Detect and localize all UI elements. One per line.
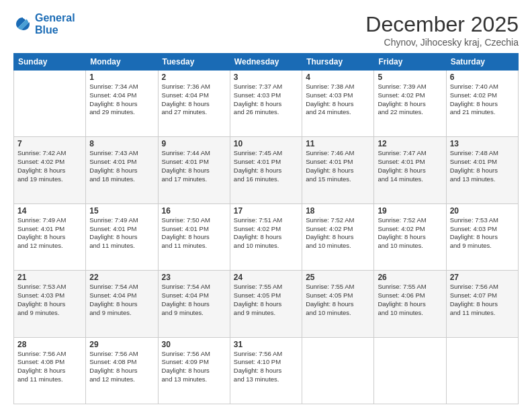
day-number: 11 — [306, 139, 370, 148]
cell-3-2: 23Sunrise: 7:54 AM Sunset: 4:04 PM Dayli… — [158, 271, 230, 337]
calendar-table: Sunday Monday Tuesday Wednesday Thursday… — [13, 53, 519, 404]
day-number: 4 — [306, 73, 370, 82]
day-number: 1 — [89, 73, 154, 82]
cell-2-3: 17Sunrise: 7:51 AM Sunset: 4:02 PM Dayli… — [230, 203, 302, 270]
cell-1-0: 7Sunrise: 7:42 AM Sunset: 4:02 PM Daylig… — [14, 137, 86, 203]
day-info: Sunrise: 7:47 AM Sunset: 4:01 PM Dayligh… — [378, 149, 442, 183]
logo-blue: Blue — [35, 24, 75, 36]
day-info: Sunrise: 7:52 AM Sunset: 4:02 PM Dayligh… — [378, 216, 442, 250]
day-info: Sunrise: 7:56 AM Sunset: 4:08 PM Dayligh… — [17, 350, 82, 384]
cell-1-4: 11Sunrise: 7:46 AM Sunset: 4:01 PM Dayli… — [302, 137, 374, 203]
col-friday: Friday — [374, 54, 446, 71]
cell-0-1: 1Sunrise: 7:34 AM Sunset: 4:04 PM Daylig… — [86, 71, 158, 137]
col-monday: Monday — [86, 54, 158, 71]
col-sunday: Sunday — [14, 54, 86, 71]
day-number: 25 — [306, 273, 370, 282]
logo-text: General Blue — [35, 12, 75, 36]
cell-3-1: 22Sunrise: 7:54 AM Sunset: 4:04 PM Dayli… — [86, 271, 158, 337]
col-saturday: Saturday — [446, 54, 518, 71]
logo: General Blue — [13, 12, 75, 36]
cell-4-6 — [446, 337, 518, 404]
day-number: 7 — [17, 139, 82, 148]
cell-2-2: 16Sunrise: 7:50 AM Sunset: 4:01 PM Dayli… — [158, 203, 230, 270]
day-number: 23 — [162, 273, 226, 282]
col-thursday: Thursday — [302, 54, 374, 71]
day-info: Sunrise: 7:54 AM Sunset: 4:04 PM Dayligh… — [89, 283, 154, 317]
cell-4-5 — [374, 337, 446, 404]
day-info: Sunrise: 7:56 AM Sunset: 4:07 PM Dayligh… — [450, 283, 515, 317]
day-number: 28 — [17, 340, 82, 349]
logo-general: General — [35, 12, 75, 24]
header-row: Sunday Monday Tuesday Wednesday Thursday… — [14, 54, 519, 71]
cell-3-5: 26Sunrise: 7:55 AM Sunset: 4:06 PM Dayli… — [374, 271, 446, 337]
day-number: 15 — [89, 206, 154, 216]
cell-3-4: 25Sunrise: 7:55 AM Sunset: 4:05 PM Dayli… — [302, 271, 374, 337]
day-info: Sunrise: 7:44 AM Sunset: 4:01 PM Dayligh… — [162, 149, 226, 183]
day-number: 6 — [450, 73, 515, 82]
day-info: Sunrise: 7:50 AM Sunset: 4:01 PM Dayligh… — [162, 216, 226, 250]
day-info: Sunrise: 7:37 AM Sunset: 4:03 PM Dayligh… — [234, 83, 298, 117]
col-tuesday: Tuesday — [158, 54, 230, 71]
cell-3-0: 21Sunrise: 7:53 AM Sunset: 4:03 PM Dayli… — [14, 271, 86, 337]
cell-0-5: 5Sunrise: 7:39 AM Sunset: 4:02 PM Daylig… — [374, 71, 446, 137]
cell-0-3: 3Sunrise: 7:37 AM Sunset: 4:03 PM Daylig… — [230, 71, 302, 137]
day-info: Sunrise: 7:38 AM Sunset: 4:03 PM Dayligh… — [306, 83, 370, 117]
day-info: Sunrise: 7:52 AM Sunset: 4:02 PM Dayligh… — [306, 216, 370, 250]
cell-2-4: 18Sunrise: 7:52 AM Sunset: 4:02 PM Dayli… — [302, 203, 374, 270]
page: General Blue December 2025 Chynov, Jihoc… — [0, 0, 532, 411]
day-number: 18 — [306, 206, 370, 216]
cell-1-3: 10Sunrise: 7:45 AM Sunset: 4:01 PM Dayli… — [230, 137, 302, 203]
day-info: Sunrise: 7:48 AM Sunset: 4:01 PM Dayligh… — [450, 149, 515, 183]
day-info: Sunrise: 7:49 AM Sunset: 4:01 PM Dayligh… — [89, 216, 154, 250]
cell-0-4: 4Sunrise: 7:38 AM Sunset: 4:03 PM Daylig… — [302, 71, 374, 137]
day-number: 8 — [89, 139, 154, 148]
week-row-1: 1Sunrise: 7:34 AM Sunset: 4:04 PM Daylig… — [14, 71, 519, 137]
week-row-3: 14Sunrise: 7:49 AM Sunset: 4:01 PM Dayli… — [14, 203, 519, 270]
day-number: 27 — [450, 273, 515, 282]
day-number: 29 — [89, 340, 154, 349]
cell-2-1: 15Sunrise: 7:49 AM Sunset: 4:01 PM Dayli… — [86, 203, 158, 270]
day-info: Sunrise: 7:43 AM Sunset: 4:01 PM Dayligh… — [89, 149, 154, 183]
day-info: Sunrise: 7:46 AM Sunset: 4:01 PM Dayligh… — [306, 149, 370, 183]
cell-4-4 — [302, 337, 374, 404]
cell-0-6: 6Sunrise: 7:40 AM Sunset: 4:02 PM Daylig… — [446, 71, 518, 137]
logo-icon — [13, 15, 32, 34]
day-number: 30 — [162, 340, 226, 349]
day-number: 13 — [450, 139, 515, 148]
header: General Blue December 2025 Chynov, Jihoc… — [13, 12, 519, 48]
week-row-5: 28Sunrise: 7:56 AM Sunset: 4:08 PM Dayli… — [14, 337, 519, 404]
day-number: 14 — [17, 206, 82, 216]
day-number: 12 — [378, 139, 442, 148]
day-number: 17 — [234, 206, 298, 216]
week-row-4: 21Sunrise: 7:53 AM Sunset: 4:03 PM Dayli… — [14, 271, 519, 337]
cell-2-0: 14Sunrise: 7:49 AM Sunset: 4:01 PM Dayli… — [14, 203, 86, 270]
title-block: December 2025 Chynov, Jihocesky kraj, Cz… — [365, 12, 519, 48]
day-number: 26 — [378, 273, 442, 282]
cell-2-6: 20Sunrise: 7:53 AM Sunset: 4:03 PM Dayli… — [446, 203, 518, 270]
col-wednesday: Wednesday — [230, 54, 302, 71]
day-number: 5 — [378, 73, 442, 82]
day-number: 20 — [450, 206, 515, 216]
page-title: December 2025 — [365, 12, 519, 37]
day-info: Sunrise: 7:54 AM Sunset: 4:04 PM Dayligh… — [162, 283, 226, 317]
day-info: Sunrise: 7:53 AM Sunset: 4:03 PM Dayligh… — [450, 216, 515, 250]
cell-1-1: 8Sunrise: 7:43 AM Sunset: 4:01 PM Daylig… — [86, 137, 158, 203]
cell-4-0: 28Sunrise: 7:56 AM Sunset: 4:08 PM Dayli… — [14, 337, 86, 404]
day-number: 2 — [162, 73, 226, 82]
day-info: Sunrise: 7:55 AM Sunset: 4:05 PM Dayligh… — [306, 283, 370, 317]
day-info: Sunrise: 7:51 AM Sunset: 4:02 PM Dayligh… — [234, 216, 298, 250]
day-info: Sunrise: 7:40 AM Sunset: 4:02 PM Dayligh… — [450, 83, 515, 117]
day-info: Sunrise: 7:55 AM Sunset: 4:06 PM Dayligh… — [378, 283, 442, 317]
cell-4-1: 29Sunrise: 7:56 AM Sunset: 4:08 PM Dayli… — [86, 337, 158, 404]
day-info: Sunrise: 7:56 AM Sunset: 4:10 PM Dayligh… — [234, 350, 298, 384]
day-info: Sunrise: 7:42 AM Sunset: 4:02 PM Dayligh… — [17, 149, 82, 183]
day-number: 9 — [162, 139, 226, 148]
cell-4-2: 30Sunrise: 7:56 AM Sunset: 4:09 PM Dayli… — [158, 337, 230, 404]
day-number: 19 — [378, 206, 442, 216]
day-info: Sunrise: 7:56 AM Sunset: 4:08 PM Dayligh… — [89, 350, 154, 384]
day-number: 3 — [234, 73, 298, 82]
day-number: 10 — [234, 139, 298, 148]
day-info: Sunrise: 7:36 AM Sunset: 4:04 PM Dayligh… — [162, 83, 226, 117]
day-info: Sunrise: 7:34 AM Sunset: 4:04 PM Dayligh… — [89, 83, 154, 117]
cell-3-3: 24Sunrise: 7:55 AM Sunset: 4:05 PM Dayli… — [230, 271, 302, 337]
